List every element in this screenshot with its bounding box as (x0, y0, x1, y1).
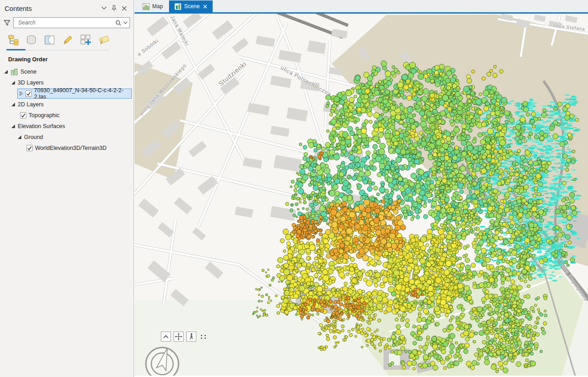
tab-list-by-data-source[interactable] (25, 34, 38, 46)
expander-icon[interactable] (4, 69, 8, 74)
map-tab-icon (143, 3, 149, 10)
tab-list-by-drawing-order[interactable] (6, 34, 20, 46)
layer-label[interactable]: Topographic (29, 112, 60, 119)
tab-list-by-editing[interactable] (61, 34, 75, 46)
expander-icon[interactable] (11, 102, 15, 107)
search-input[interactable] (17, 19, 114, 26)
contents-toolbar (0, 31, 134, 51)
tab-scene[interactable]: Scene (169, 0, 213, 12)
layer-checkbox[interactable] (26, 145, 33, 151)
layer-label[interactable]: Elevation Surfaces (18, 123, 65, 129)
pin-icon[interactable] (109, 3, 119, 13)
search-box (13, 17, 130, 28)
layer-tree: Scene 3D Layers 70930_849007_N-34-50-C-c… (0, 66, 134, 154)
scene-nav-toolbar (161, 332, 207, 342)
view-tab-bar: Map Scene (135, 0, 588, 14)
collapse-nav-button[interactable] (161, 332, 171, 342)
scene-viewport[interactable]: a SobótkiJana Matejkiulica Jana Wassowsk… (135, 14, 588, 376)
expander-icon[interactable] (17, 135, 22, 139)
tab-list-by-labeling[interactable] (97, 34, 111, 46)
layer-label[interactable]: Ground (24, 134, 43, 140)
drawing-order-label: Drawing Order (0, 51, 134, 66)
tab-map-label[interactable]: Map (152, 3, 163, 10)
tab-map[interactable]: Map (137, 0, 168, 12)
layer-row-topographic[interactable]: Topographic (0, 110, 134, 121)
layer-row-2d-layers[interactable]: 2D Layers (0, 99, 134, 110)
layer-label[interactable]: 2D Layers (18, 101, 44, 108)
toolbar-rule (25, 50, 109, 50)
layer-row-3d-layers[interactable]: 3D Layers (0, 77, 134, 88)
scene-tab-icon (174, 3, 181, 10)
compass-north-arrow[interactable] (140, 342, 185, 376)
pane-title: Contents (5, 5, 99, 12)
layer-row-las[interactable]: 70930_849007_N-34-50-C-c-4-2-2-2.las (0, 88, 134, 99)
tab-close-icon[interactable] (203, 5, 207, 9)
layer-label[interactable]: 3D Layers (18, 79, 44, 86)
arcgis-pro-window: Contents (0, 0, 588, 377)
view-area: Map Scene (135, 0, 588, 377)
layer-checkbox[interactable] (20, 112, 26, 119)
contents-pane: Contents (0, 0, 134, 377)
close-icon[interactable] (119, 3, 129, 13)
search-icon[interactable] (115, 20, 121, 26)
expander-collapsed-icon[interactable] (19, 91, 23, 96)
layer-row-elevation-surfaces[interactable]: Elevation Surfaces (0, 121, 134, 132)
walk-mode-button[interactable] (186, 332, 196, 342)
pan-navigator-button[interactable] (174, 332, 184, 342)
tab-list-by-snapping[interactable] (79, 34, 93, 46)
contents-pane-header: Contents (0, 0, 134, 16)
layer-label[interactable]: 70930_849007_N-34-50-C-c-4-2-2-2.las (34, 87, 129, 100)
layer-label[interactable]: WorldElevation3D/Terrain3D (35, 145, 106, 151)
toolbar-drag-handle[interactable] (201, 335, 207, 339)
expander-icon[interactable] (11, 80, 15, 85)
search-options-chevron-icon[interactable] (123, 21, 128, 25)
layer-row-worldelevation[interactable]: WorldElevation3D/Terrain3D (0, 143, 134, 154)
layer-row-scene[interactable]: Scene (0, 66, 134, 77)
tab-scene-label[interactable]: Scene (184, 3, 199, 10)
layer-row-ground[interactable]: Ground (0, 132, 134, 143)
lidar-point-cloud (135, 14, 588, 376)
pane-menu-chevron-icon[interactable] (99, 3, 109, 13)
layer-checkbox[interactable] (25, 90, 32, 97)
selected-layer-box[interactable]: 70930_849007_N-34-50-C-c-4-2-2-2.las (17, 89, 132, 99)
active-tab-underline (6, 49, 25, 50)
scene-icon (10, 68, 18, 75)
expander-icon[interactable] (11, 124, 15, 129)
filter-icon[interactable] (4, 20, 10, 26)
layer-label[interactable]: Scene (20, 69, 36, 75)
tab-list-by-selection[interactable] (43, 34, 56, 46)
